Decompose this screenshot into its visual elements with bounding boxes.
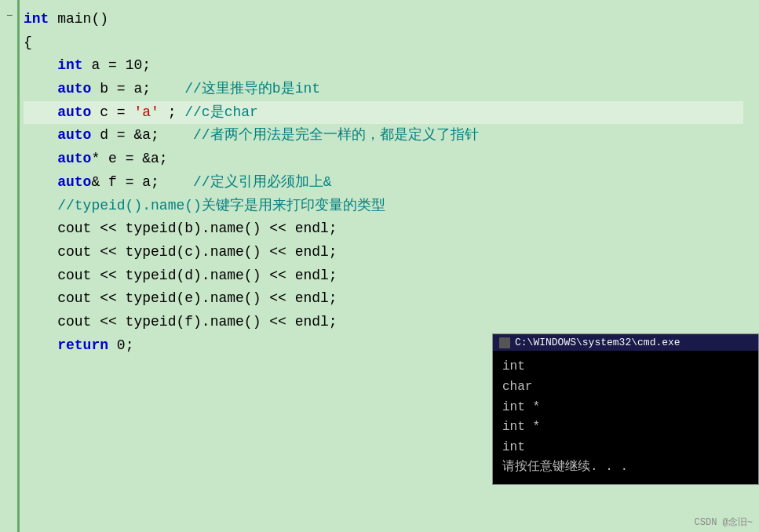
code-line: cout << typeid(f).name() << endl;: [24, 311, 743, 334]
left-bar: [17, 0, 20, 532]
cmd-titlebar: C:\WINDOWS\system32\cmd.exe: [493, 334, 758, 351]
code-segment: ;: [159, 101, 184, 125]
code-segment: & f = a;: [91, 171, 193, 195]
code-segment: [24, 124, 57, 148]
code-line: cout << typeid(d).name() << endl;: [24, 264, 743, 288]
code-segment: * e = &a;: [91, 148, 167, 171]
code-segment: 0;: [108, 334, 133, 358]
code-line: {: [24, 31, 743, 55]
code-segment: [24, 148, 57, 171]
code-segment: [24, 171, 57, 195]
cmd-output-line: 请按任意键继续. . .: [502, 457, 749, 478]
code-block: int main(){ int a = 10; auto b = a; //这里…: [0, 8, 759, 357]
cmd-output-line: int: [502, 438, 749, 458]
code-segment: auto: [57, 171, 91, 195]
fold-icon[interactable]: −: [6, 9, 13, 22]
code-line: auto d = &a; //者两个用法是完全一样的，都是定义了指针: [24, 124, 743, 148]
code-segment: 'a': [133, 101, 159, 125]
cmd-output-line: char: [502, 377, 749, 398]
cmd-output-line: int: [502, 357, 749, 377]
cmd-content: intcharint *int *int请按任意键继续. . .: [493, 351, 758, 484]
code-segment: cout << typeid(e).name() << endl;: [24, 287, 338, 311]
code-segment: cout << typeid(f).name() << endl;: [24, 311, 338, 334]
code-segment: auto: [57, 148, 91, 171]
code-segment: {: [24, 31, 32, 55]
code-segment: main(): [49, 8, 108, 31]
code-segment: [24, 78, 57, 101]
cmd-window: C:\WINDOWS\system32\cmd.exe intcharint *…: [492, 333, 759, 485]
code-area: − int main(){ int a = 10; auto b = a; //…: [0, 0, 759, 532]
cmd-title: C:\WINDOWS\system32\cmd.exe: [515, 337, 681, 348]
code-segment: //定义引用必须加上&: [193, 171, 331, 195]
code-line: auto c = 'a' ; //c是char: [24, 101, 743, 125]
code-segment: cout << typeid(b).name() << endl;: [24, 217, 338, 241]
code-segment: auto: [57, 124, 91, 148]
code-segment: //者两个用法是完全一样的，都是定义了指针: [193, 124, 479, 148]
code-segment: return: [57, 334, 108, 358]
cmd-icon: [499, 337, 510, 348]
code-segment: [24, 334, 57, 358]
code-segment: c =: [91, 101, 133, 125]
code-segment: [24, 54, 57, 78]
code-line: auto& f = a; //定义引用必须加上&: [24, 171, 743, 195]
code-line: int main(): [24, 8, 743, 31]
code-line: auto* e = &a;: [24, 148, 743, 171]
code-line: //typeid().name()关键字是用来打印变量的类型: [24, 195, 743, 218]
cmd-output-line: int *: [502, 417, 749, 438]
code-line: auto b = a; //这里推导的b是int: [24, 78, 743, 101]
code-segment: a = 10;: [83, 54, 151, 78]
code-segment: int: [57, 54, 82, 78]
cmd-output-line: int *: [502, 398, 749, 418]
code-segment: auto: [57, 101, 91, 125]
code-line: cout << typeid(c).name() << endl;: [24, 241, 743, 264]
code-segment: cout << typeid(c).name() << endl;: [24, 241, 338, 264]
code-segment: [24, 101, 57, 125]
code-segment: cout << typeid(d).name() << endl;: [24, 264, 338, 288]
code-segment: //typeid().name()关键字是用来打印变量的类型: [24, 195, 385, 218]
code-segment: auto: [57, 78, 91, 101]
code-line: int a = 10;: [24, 54, 743, 78]
code-segment: //c是char: [184, 101, 258, 125]
code-line: cout << typeid(b).name() << endl;: [24, 217, 743, 241]
code-segment: b = a;: [91, 78, 184, 101]
code-segment: int: [24, 8, 49, 31]
code-line: cout << typeid(e).name() << endl;: [24, 287, 743, 311]
code-segment: //这里推导的b是int: [184, 78, 320, 101]
code-segment: d = &a;: [91, 124, 193, 148]
watermark: CSDN @念旧~: [695, 516, 753, 529]
